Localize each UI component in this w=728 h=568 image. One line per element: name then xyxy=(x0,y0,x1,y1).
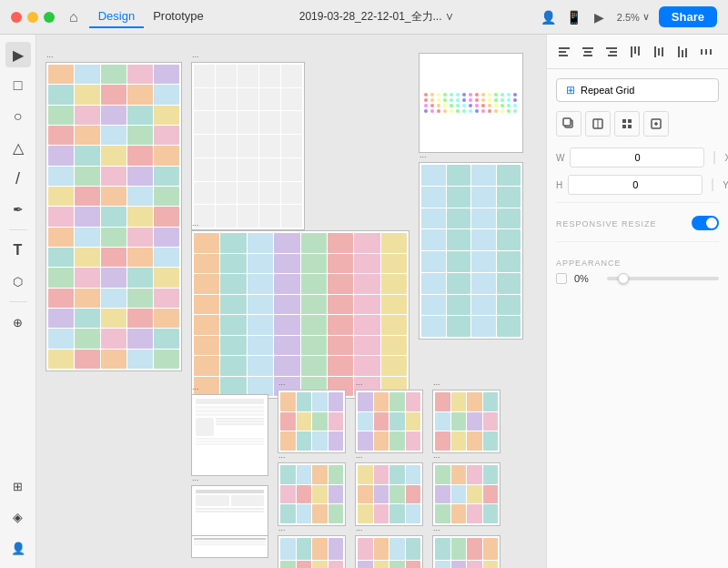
svg-rect-4 xyxy=(584,51,592,53)
align-middle-v-icon[interactable] xyxy=(649,42,669,62)
tab-prototype[interactable]: Prototype xyxy=(144,5,213,28)
device-icon[interactable]: 📱 xyxy=(566,9,582,25)
align-right-icon[interactable] xyxy=(602,42,622,62)
h-label: H xyxy=(556,180,562,190)
titlebar-center: 2019-03-28_22-12-01_全力... ∨ xyxy=(220,9,533,25)
appearance-label: APPEARANCE xyxy=(556,259,719,268)
maximize-button[interactable] xyxy=(44,12,55,23)
artboard-label-2: ... xyxy=(192,50,199,59)
copy-icon[interactable] xyxy=(556,111,581,137)
home-icon[interactable]: ⌂ xyxy=(69,9,78,25)
responsive-toggle-row: RESPONSIVE RESIZE xyxy=(556,212,719,234)
grid-icon[interactable] xyxy=(614,111,640,137)
toggle-knob xyxy=(706,218,717,228)
artboard-label-doc1: ... xyxy=(192,382,199,391)
panel-toolbar xyxy=(547,35,728,69)
svg-rect-22 xyxy=(563,118,571,126)
nav-tabs: Design Prototype xyxy=(89,5,213,28)
artboard-1[interactable]: ... xyxy=(46,62,182,371)
document-title: 2019-03-28_22-12-01_全力... ∨ xyxy=(299,9,454,25)
tool-separator xyxy=(9,229,27,230)
svg-rect-9 xyxy=(631,46,632,57)
triangle-tool[interactable]: △ xyxy=(5,135,31,160)
zoom-indicator[interactable]: 2.5% ∨ xyxy=(617,11,650,23)
svg-rect-8 xyxy=(608,55,617,56)
select-tool[interactable]: ▶ xyxy=(5,42,31,67)
artboard-text1[interactable] xyxy=(191,535,268,558)
svg-rect-25 xyxy=(622,119,626,123)
user-icon[interactable]: 👤 xyxy=(541,9,557,25)
export-icon[interactable] xyxy=(643,111,669,137)
svg-rect-15 xyxy=(678,46,680,57)
artboard-label-c8: ... xyxy=(356,523,363,532)
share-button[interactable]: Share xyxy=(659,6,717,27)
close-button[interactable] xyxy=(11,12,22,23)
assets-icon[interactable]: ◈ xyxy=(5,504,31,530)
artboard-color-5[interactable]: ... xyxy=(355,462,423,526)
opacity-checkbox[interactable] xyxy=(556,273,567,284)
artboard-mid[interactable]: ... xyxy=(191,230,410,399)
repeat-grid-button[interactable]: ⊞ Repeat Grid xyxy=(556,78,719,102)
paste-icon[interactable] xyxy=(585,111,611,137)
artboard-color-8[interactable]: ... xyxy=(355,535,423,568)
text-tool[interactable]: T xyxy=(5,238,31,263)
align-bottom-icon[interactable] xyxy=(672,42,693,62)
x-label: X xyxy=(724,153,728,163)
artboard-color-2[interactable]: ... xyxy=(355,390,423,453)
align-left-icon[interactable] xyxy=(554,42,574,62)
ellipse-tool[interactable]: ○ xyxy=(5,104,31,129)
h-input[interactable] xyxy=(568,175,703,195)
line-tool[interactable]: / xyxy=(5,166,31,191)
artboard-color-1[interactable]: ... xyxy=(278,390,346,453)
distribute-h-icon[interactable] xyxy=(696,42,716,62)
svg-rect-20 xyxy=(710,49,712,55)
svg-rect-16 xyxy=(682,50,683,57)
svg-rect-6 xyxy=(606,47,617,49)
opacity-knob[interactable] xyxy=(618,273,629,284)
plugins-icon[interactable]: 👤 xyxy=(5,535,31,561)
pen-tool[interactable]: ✒ xyxy=(5,197,31,222)
titlebar: ⌂ Design Prototype 2019-03-28_22-12-01_全… xyxy=(0,0,728,35)
opacity-slider[interactable] xyxy=(607,277,719,280)
align-center-h-icon[interactable] xyxy=(578,42,598,62)
transform-tool[interactable]: ⬡ xyxy=(5,269,31,294)
tab-design[interactable]: Design xyxy=(89,5,144,28)
rectangle-tool[interactable]: □ xyxy=(5,73,31,98)
artboard-right-tall[interactable]: ... xyxy=(419,162,523,340)
svg-rect-5 xyxy=(583,55,592,56)
artboard-dots[interactable] xyxy=(419,53,523,153)
responsive-section: RESPONSIVE RESIZE xyxy=(556,202,719,234)
artboard-label-mid: ... xyxy=(192,218,199,228)
artboard-color-4[interactable]: ... xyxy=(278,462,346,526)
w-label: W xyxy=(556,153,564,163)
align-top-icon[interactable] xyxy=(625,42,645,62)
svg-rect-28 xyxy=(628,125,632,128)
traffic-lights xyxy=(11,12,55,23)
canvas[interactable]: ... xyxy=(36,35,546,568)
minimize-button[interactable] xyxy=(27,12,38,23)
artboard-doc1[interactable]: ... xyxy=(191,394,268,476)
wx-row: W X xyxy=(556,147,719,167)
responsive-toggle[interactable] xyxy=(692,216,719,230)
svg-rect-18 xyxy=(701,49,703,55)
zoom-tool[interactable]: ⊕ xyxy=(5,309,31,335)
opacity-value: 0% xyxy=(574,273,600,284)
appearance-section: APPEARANCE 0% xyxy=(556,241,719,284)
opacity-row: 0% xyxy=(556,273,719,284)
layers-icon[interactable]: ⊞ xyxy=(5,473,31,499)
svg-rect-17 xyxy=(685,48,687,57)
play-icon[interactable]: ▶ xyxy=(592,9,608,25)
svg-rect-13 xyxy=(658,48,660,56)
artboard-label-c2: ... xyxy=(356,378,363,387)
artboard-label-c1: ... xyxy=(278,378,286,387)
link-icon-2 xyxy=(708,178,717,191)
artboard-2[interactable]: ... xyxy=(191,62,305,230)
artboard-color-7[interactable]: ... xyxy=(278,535,346,568)
artboard-label: ... xyxy=(46,50,54,59)
artboard-color-9[interactable]: ... xyxy=(432,535,500,568)
repeat-grid-icon: ⊞ xyxy=(566,84,575,96)
artboard-color-6[interactable]: ... xyxy=(432,462,500,526)
main-area: ▶ □ ○ △ / ✒ T ⬡ ⊕ ⊞ ◈ 👤 ... xyxy=(0,35,728,568)
w-input[interactable] xyxy=(570,147,704,167)
artboard-color-3[interactable]: ... xyxy=(432,390,500,453)
